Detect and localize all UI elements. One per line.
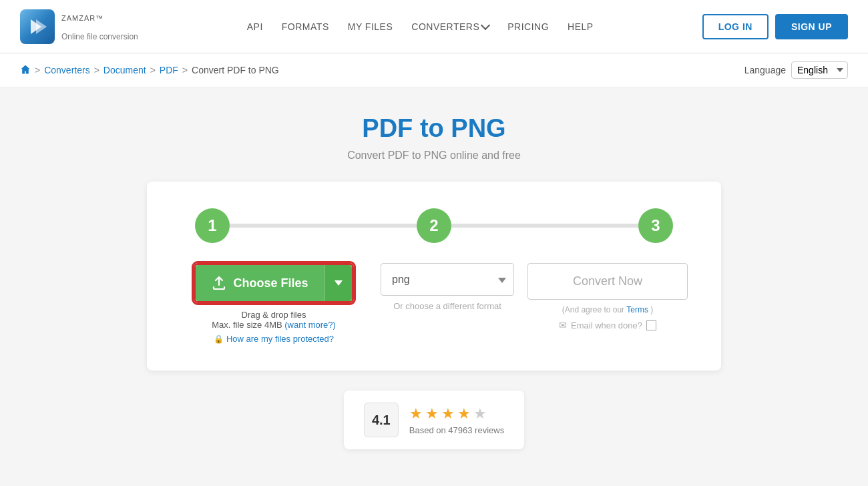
logo-tagline: Online file conversion <box>61 32 138 41</box>
breadcrumb: > Converters > Document > PDF > Convert … <box>20 64 279 77</box>
star-2: ★ <box>425 405 439 423</box>
star-5: ★ <box>473 405 487 423</box>
logo-text: ZAMZAR™ Online file conversion <box>61 11 138 41</box>
choose-files-label: Choose Files <box>233 276 308 290</box>
language-select[interactable]: English French Spanish German <box>791 61 848 79</box>
choose-files-btn-wrapper: Choose Files <box>194 263 353 303</box>
format-select[interactable]: png jpg bmp gif tiff <box>381 263 514 296</box>
breadcrumb-sep-4: > <box>182 65 188 75</box>
terms-prefix: (And agree to our <box>562 305 624 314</box>
max-size-text: Max. file size 4MB (want more?) <box>212 320 336 330</box>
home-icon <box>20 64 31 75</box>
stars-row: ★ ★ ★ ★ ★ <box>409 405 504 423</box>
header: ZAMZAR™ Online file conversion API FORMA… <box>0 0 868 53</box>
breadcrumb-current: Convert PDF to PNG <box>192 65 279 75</box>
logo-name: ZAMZAR™ <box>61 11 138 32</box>
lock-icon: 🔒 <box>214 334 224 344</box>
terms-link[interactable]: Terms <box>626 305 648 314</box>
format-select-wrapper: png jpg bmp gif tiff <box>381 263 514 296</box>
dropdown-arrow-icon <box>335 280 343 286</box>
breadcrumb-sep-3: > <box>150 65 156 75</box>
choose-files-area: Choose Files Drag & drop files Max. file… <box>180 263 367 344</box>
language-area: Language English French Spanish German <box>744 61 848 79</box>
converter-card: 1 2 3 Choose Files <box>147 182 721 371</box>
logo-area: ZAMZAR™ Online file conversion <box>20 9 138 44</box>
protected-link[interactable]: 🔒 How are my files protected? <box>214 334 334 344</box>
breadcrumb-bar: > Converters > Document > PDF > Convert … <box>0 53 868 87</box>
want-more-link[interactable]: (want more?) <box>284 320 336 330</box>
logo-tm: ™ <box>95 14 103 22</box>
terms-close: ) <box>650 305 653 314</box>
main-nav: API FORMATS MY FILES CONVERTERS PRICING … <box>247 21 594 32</box>
nav-converters-label: CONVERTERS <box>411 21 479 32</box>
login-button[interactable]: LOG IN <box>702 14 769 39</box>
email-icon: ✉ <box>559 320 567 330</box>
signup-button[interactable]: SIGN UP <box>775 14 848 39</box>
breadcrumb-pdf[interactable]: PDF <box>160 65 178 75</box>
email-checkbox[interactable] <box>646 320 656 330</box>
svg-marker-1 <box>36 19 47 34</box>
step-2-circle: 2 <box>417 208 451 243</box>
logo-name-text: ZAMZAR <box>61 14 95 22</box>
choose-files-dropdown-button[interactable] <box>324 265 352 301</box>
convert-now-button[interactable]: Convert Now <box>527 263 688 300</box>
breadcrumb-home[interactable] <box>20 64 31 77</box>
page-title: PDF to PNG <box>147 114 721 143</box>
breadcrumb-sep-1: > <box>35 65 40 75</box>
language-label: Language <box>744 65 786 75</box>
breadcrumb-converters[interactable]: Converters <box>44 65 89 75</box>
nav-api[interactable]: API <box>247 21 263 32</box>
breadcrumb-document[interactable]: Document <box>103 65 146 75</box>
email-row: ✉ Email when done? <box>559 320 656 330</box>
star-3: ★ <box>441 405 455 423</box>
logo-icon <box>20 9 55 44</box>
nav-my-files[interactable]: MY FILES <box>348 21 393 32</box>
star-1: ★ <box>409 405 423 423</box>
rating-card: 4.1 ★ ★ ★ ★ ★ Based on 47963 reviews <box>344 391 524 449</box>
email-label: Email when done? <box>571 320 642 330</box>
choose-files-button[interactable]: Choose Files <box>196 265 324 301</box>
protected-label: How are my files protected? <box>226 334 334 344</box>
rating-number: 4.1 <box>364 403 399 437</box>
nav-pricing[interactable]: PRICING <box>507 21 549 32</box>
page-subtitle: Convert PDF to PNG online and free <box>147 150 721 162</box>
actions-row: Choose Files Drag & drop files Max. file… <box>167 263 701 344</box>
step-line-1 <box>230 224 417 228</box>
step-line-2 <box>451 224 638 228</box>
max-size-value: Max. file size 4MB <box>212 320 282 330</box>
rating-reviews: Based on 47963 reviews <box>409 425 504 435</box>
drag-drop-text: Drag & drop files <box>242 310 306 320</box>
terms-text: (And agree to our Terms ) <box>562 305 654 314</box>
nav-converters[interactable]: CONVERTERS <box>411 21 489 32</box>
header-buttons: LOG IN SIGN UP <box>702 14 848 39</box>
nav-help[interactable]: HELP <box>568 21 594 32</box>
format-area: png jpg bmp gif tiff Or choose a differe… <box>381 263 514 311</box>
upload-icon <box>212 276 226 290</box>
chevron-down-icon <box>481 20 490 29</box>
format-hint: Or choose a different format <box>393 301 501 311</box>
breadcrumb-sep-2: > <box>94 65 99 75</box>
step-3-circle: 3 <box>638 208 673 243</box>
step-1-circle: 1 <box>195 208 230 243</box>
rating-section: 4.1 ★ ★ ★ ★ ★ Based on 47963 reviews <box>147 391 721 449</box>
convert-area: Convert Now (And agree to our Terms ) ✉ … <box>527 263 688 330</box>
star-4: ★ <box>457 405 471 423</box>
main-content: PDF to PNG Convert PDF to PNG online and… <box>134 87 734 476</box>
steps-row: 1 2 3 <box>167 208 701 243</box>
rating-right: ★ ★ ★ ★ ★ Based on 47963 reviews <box>409 405 504 435</box>
nav-formats[interactable]: FORMATS <box>282 21 329 32</box>
